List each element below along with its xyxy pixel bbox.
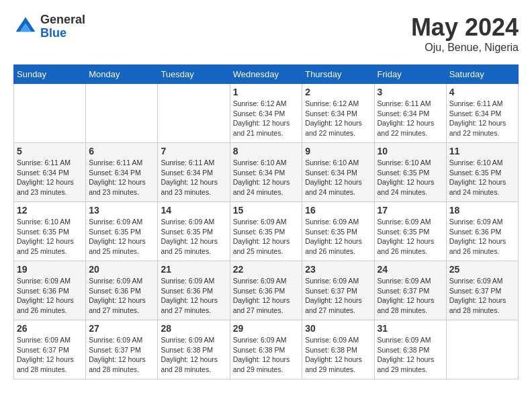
day-info: Sunrise: 6:09 AM Sunset: 6:35 PM Dayligh… (305, 217, 371, 257)
calendar-cell: 12Sunrise: 6:10 AM Sunset: 6:35 PM Dayli… (14, 202, 86, 261)
day-info: Sunrise: 6:09 AM Sunset: 6:36 PM Dayligh… (233, 276, 300, 316)
logo-icon (13, 15, 38, 39)
day-info: Sunrise: 6:09 AM Sunset: 6:37 PM Dayligh… (89, 335, 154, 375)
day-number: 11 (449, 146, 515, 156)
calendar-cell: 15Sunrise: 6:09 AM Sunset: 6:35 PM Dayli… (230, 202, 302, 261)
day-number: 17 (378, 205, 443, 216)
calendar-cell: 11Sunrise: 6:10 AM Sunset: 6:35 PM Dayli… (446, 143, 518, 202)
day-info: Sunrise: 6:12 AM Sunset: 6:34 PM Dayligh… (233, 99, 300, 138)
calendar-cell: 23Sunrise: 6:09 AM Sunset: 6:37 PM Dayli… (302, 261, 374, 320)
calendar-table: SundayMondayTuesdayWednesdayThursdayFrid… (13, 64, 519, 379)
calendar-cell (158, 84, 230, 143)
day-info: Sunrise: 6:09 AM Sunset: 6:37 PM Dayligh… (17, 335, 83, 375)
logo-blue: Blue (40, 27, 85, 40)
calendar-cell: 7Sunrise: 6:11 AM Sunset: 6:34 PM Daylig… (158, 143, 230, 202)
weekday-header-thursday: Thursday (302, 65, 374, 84)
location: Oju, Benue, Nigeria (411, 42, 519, 54)
day-number: 1 (233, 87, 300, 97)
calendar-cell: 20Sunrise: 6:09 AM Sunset: 6:36 PM Dayli… (86, 261, 158, 320)
day-number: 25 (449, 264, 515, 275)
title-block: May 2024 Oju, Benue, Nigeria (411, 13, 519, 54)
calendar-cell: 2Sunrise: 6:12 AM Sunset: 6:34 PM Daylig… (302, 84, 374, 143)
calendar-cell: 19Sunrise: 6:09 AM Sunset: 6:36 PM Dayli… (14, 261, 86, 320)
day-number: 2 (305, 87, 371, 97)
day-info: Sunrise: 6:11 AM Sunset: 6:34 PM Dayligh… (161, 158, 226, 197)
day-number: 9 (305, 146, 371, 156)
day-number: 5 (17, 146, 83, 156)
day-number: 26 (17, 323, 83, 334)
calendar-week-5: 26Sunrise: 6:09 AM Sunset: 6:37 PM Dayli… (14, 320, 519, 379)
calendar-cell: 28Sunrise: 6:09 AM Sunset: 6:38 PM Dayli… (158, 320, 230, 379)
calendar-cell: 6Sunrise: 6:11 AM Sunset: 6:34 PM Daylig… (86, 143, 158, 202)
day-info: Sunrise: 6:10 AM Sunset: 6:34 PM Dayligh… (305, 158, 371, 197)
day-number: 13 (89, 205, 154, 216)
day-number: 23 (305, 264, 371, 275)
day-info: Sunrise: 6:09 AM Sunset: 6:37 PM Dayligh… (378, 276, 443, 316)
calendar-cell: 26Sunrise: 6:09 AM Sunset: 6:37 PM Dayli… (14, 320, 86, 379)
calendar-cell: 10Sunrise: 6:10 AM Sunset: 6:35 PM Dayli… (374, 143, 446, 202)
day-number: 3 (378, 87, 443, 97)
weekday-header-monday: Monday (86, 65, 158, 84)
weekday-header-row: SundayMondayTuesdayWednesdayThursdayFrid… (14, 65, 519, 84)
day-info: Sunrise: 6:09 AM Sunset: 6:37 PM Dayligh… (449, 276, 515, 316)
calendar-cell: 21Sunrise: 6:09 AM Sunset: 6:36 PM Dayli… (158, 261, 230, 320)
day-info: Sunrise: 6:11 AM Sunset: 6:34 PM Dayligh… (89, 158, 154, 197)
day-info: Sunrise: 6:09 AM Sunset: 6:36 PM Dayligh… (89, 276, 154, 316)
day-number: 19 (17, 264, 83, 275)
day-number: 6 (89, 146, 154, 156)
calendar-cell: 5Sunrise: 6:11 AM Sunset: 6:34 PM Daylig… (14, 143, 86, 202)
day-number: 7 (161, 146, 226, 156)
calendar-cell: 9Sunrise: 6:10 AM Sunset: 6:34 PM Daylig… (302, 143, 374, 202)
calendar-cell: 14Sunrise: 6:09 AM Sunset: 6:35 PM Dayli… (158, 202, 230, 261)
day-info: Sunrise: 6:09 AM Sunset: 6:35 PM Dayligh… (233, 217, 300, 257)
day-info: Sunrise: 6:11 AM Sunset: 6:34 PM Dayligh… (449, 99, 515, 138)
day-info: Sunrise: 6:10 AM Sunset: 6:35 PM Dayligh… (449, 158, 515, 197)
calendar-cell: 29Sunrise: 6:09 AM Sunset: 6:38 PM Dayli… (230, 320, 302, 379)
day-number: 8 (233, 146, 300, 156)
day-info: Sunrise: 6:09 AM Sunset: 6:38 PM Dayligh… (305, 335, 371, 375)
day-number: 18 (449, 205, 515, 216)
calendar-cell: 1Sunrise: 6:12 AM Sunset: 6:34 PM Daylig… (230, 84, 302, 143)
month-title: May 2024 (411, 13, 519, 42)
day-number: 30 (305, 323, 371, 334)
weekday-header-sunday: Sunday (14, 65, 86, 84)
day-number: 22 (233, 264, 300, 275)
logo-text: General Blue (40, 13, 85, 40)
calendar-cell: 17Sunrise: 6:09 AM Sunset: 6:35 PM Dayli… (374, 202, 446, 261)
day-number: 12 (17, 205, 83, 216)
day-info: Sunrise: 6:11 AM Sunset: 6:34 PM Dayligh… (17, 158, 83, 197)
calendar-cell: 4Sunrise: 6:11 AM Sunset: 6:34 PM Daylig… (446, 84, 518, 143)
day-number: 10 (378, 146, 443, 156)
calendar-cell (14, 84, 86, 143)
calendar-cell: 13Sunrise: 6:09 AM Sunset: 6:35 PM Dayli… (86, 202, 158, 261)
weekday-header-wednesday: Wednesday (230, 65, 302, 84)
day-info: Sunrise: 6:09 AM Sunset: 6:36 PM Dayligh… (449, 217, 515, 257)
calendar-cell: 24Sunrise: 6:09 AM Sunset: 6:37 PM Dayli… (374, 261, 446, 320)
calendar-cell: 3Sunrise: 6:11 AM Sunset: 6:34 PM Daylig… (374, 84, 446, 143)
day-info: Sunrise: 6:12 AM Sunset: 6:34 PM Dayligh… (305, 99, 371, 138)
day-info: Sunrise: 6:09 AM Sunset: 6:38 PM Dayligh… (233, 335, 300, 375)
day-number: 28 (161, 323, 226, 334)
day-info: Sunrise: 6:10 AM Sunset: 6:34 PM Dayligh… (233, 158, 300, 197)
day-info: Sunrise: 6:10 AM Sunset: 6:35 PM Dayligh… (17, 217, 83, 257)
day-number: 4 (449, 87, 515, 97)
day-info: Sunrise: 6:09 AM Sunset: 6:35 PM Dayligh… (161, 217, 226, 257)
calendar-week-1: 1Sunrise: 6:12 AM Sunset: 6:34 PM Daylig… (14, 84, 519, 143)
day-info: Sunrise: 6:09 AM Sunset: 6:36 PM Dayligh… (17, 276, 83, 316)
day-number: 27 (89, 323, 154, 334)
calendar-cell: 16Sunrise: 6:09 AM Sunset: 6:35 PM Dayli… (302, 202, 374, 261)
day-number: 24 (378, 264, 443, 275)
calendar-cell: 22Sunrise: 6:09 AM Sunset: 6:36 PM Dayli… (230, 261, 302, 320)
day-number: 15 (233, 205, 300, 216)
logo-general: General (40, 13, 85, 27)
logo: General Blue (13, 13, 85, 40)
day-number: 14 (161, 205, 226, 216)
weekday-header-saturday: Saturday (446, 65, 518, 84)
calendar-week-3: 12Sunrise: 6:10 AM Sunset: 6:35 PM Dayli… (14, 202, 519, 261)
weekday-header-friday: Friday (374, 65, 446, 84)
day-number: 21 (161, 264, 226, 275)
day-number: 16 (305, 205, 371, 216)
day-info: Sunrise: 6:09 AM Sunset: 6:38 PM Dayligh… (161, 335, 226, 375)
day-number: 31 (378, 323, 443, 334)
calendar-cell (446, 320, 518, 379)
